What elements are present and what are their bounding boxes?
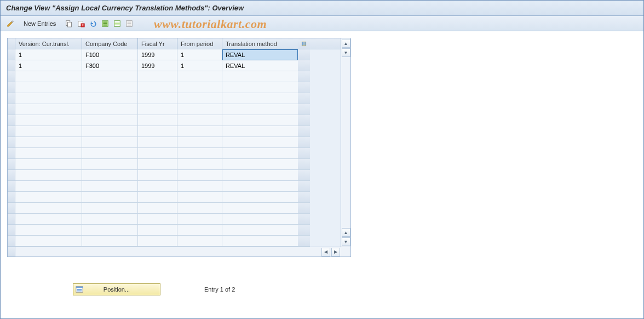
scroll-down2-icon[interactable]: ▼ — [342, 237, 350, 246]
cell-fiscal[interactable] — [138, 82, 177, 93]
cell-company[interactable] — [82, 203, 138, 214]
cell-fiscal[interactable] — [138, 203, 177, 214]
cell-method[interactable] — [222, 148, 298, 159]
vertical-scrollbar[interactable]: ▲ ▼ ▲ ▼ — [341, 38, 350, 247]
cell-period[interactable] — [177, 82, 222, 93]
table-row[interactable] — [8, 203, 341, 214]
cell-company[interactable]: F300 — [82, 60, 138, 71]
col-header-method[interactable]: Translation method — [222, 38, 298, 49]
cell-fiscal[interactable] — [138, 192, 177, 203]
cell-method[interactable] — [222, 126, 298, 137]
cell-version[interactable] — [15, 115, 82, 126]
table-row[interactable]: 1F30019991REVAL — [8, 60, 341, 71]
cell-period[interactable]: 1 — [177, 60, 222, 71]
cell-period[interactable] — [177, 159, 222, 170]
delete-icon[interactable] — [76, 18, 87, 29]
table-row[interactable] — [8, 159, 341, 170]
horizontal-scrollbar[interactable]: ◀ ▶ — [8, 247, 350, 257]
table-row[interactable] — [8, 137, 341, 148]
row-selector[interactable] — [8, 104, 15, 115]
position-button[interactable]: Position... — [73, 283, 160, 295]
table-row[interactable] — [8, 82, 341, 93]
cell-version[interactable] — [15, 82, 82, 93]
row-selector[interactable] — [8, 49, 15, 60]
table-row[interactable] — [8, 104, 341, 115]
cell-fiscal[interactable] — [138, 115, 177, 126]
select-all-icon[interactable] — [100, 18, 111, 29]
scroll-down-icon[interactable]: ▼ — [342, 48, 350, 57]
cell-method[interactable] — [222, 104, 298, 115]
cell-version[interactable] — [15, 225, 82, 236]
cell-method[interactable] — [222, 181, 298, 192]
cell-company[interactable] — [82, 181, 138, 192]
cell-period[interactable] — [177, 203, 222, 214]
cell-method[interactable] — [222, 192, 298, 203]
cell-period[interactable]: 1 — [177, 49, 222, 60]
cell-version[interactable] — [15, 137, 82, 148]
table-row[interactable] — [8, 236, 341, 247]
cell-fiscal[interactable]: 1999 — [138, 60, 177, 71]
cell-fiscal[interactable]: 1999 — [138, 49, 177, 60]
row-selector[interactable] — [8, 214, 15, 225]
cell-company[interactable] — [82, 236, 138, 247]
cell-version[interactable] — [15, 126, 82, 137]
cell-method[interactable] — [222, 93, 298, 104]
scroll-up2-icon[interactable]: ▲ — [342, 228, 350, 237]
cell-fiscal[interactable] — [138, 148, 177, 159]
cell-period[interactable] — [177, 170, 222, 181]
cell-company[interactable] — [82, 148, 138, 159]
row-selector[interactable] — [8, 203, 15, 214]
row-selector[interactable] — [8, 126, 15, 137]
cell-fiscal[interactable] — [138, 159, 177, 170]
cell-version[interactable] — [15, 181, 82, 192]
cell-version[interactable] — [15, 104, 82, 115]
cell-fiscal[interactable] — [138, 126, 177, 137]
cell-company[interactable] — [82, 225, 138, 236]
cell-method[interactable] — [222, 71, 298, 82]
row-selector[interactable] — [8, 225, 15, 236]
cell-version[interactable] — [15, 203, 82, 214]
cell-version[interactable]: 1 — [15, 60, 82, 71]
row-selector[interactable] — [8, 148, 15, 159]
row-selector[interactable] — [8, 82, 15, 93]
cell-period[interactable] — [177, 192, 222, 203]
table-row[interactable] — [8, 170, 341, 181]
cell-company[interactable] — [82, 93, 138, 104]
cell-method[interactable]: REVAL — [222, 49, 298, 60]
cell-company[interactable] — [82, 214, 138, 225]
copy-as-icon[interactable] — [64, 18, 74, 29]
cell-fiscal[interactable] — [138, 137, 177, 148]
col-header-version[interactable]: Version: Cur.transl. — [15, 38, 82, 49]
table-row[interactable] — [8, 181, 341, 192]
cell-method[interactable] — [222, 82, 298, 93]
cell-fiscal[interactable] — [138, 170, 177, 181]
select-all-rows[interactable] — [8, 38, 15, 49]
table-row[interactable]: 1F10019991REVAL — [8, 49, 341, 60]
col-header-fiscal[interactable]: Fiscal Yr — [138, 38, 177, 49]
cell-version[interactable] — [15, 71, 82, 82]
scroll-right-icon[interactable]: ▶ — [331, 248, 340, 257]
cell-fiscal[interactable] — [138, 181, 177, 192]
table-row[interactable] — [8, 192, 341, 203]
cell-period[interactable] — [177, 137, 222, 148]
cell-period[interactable] — [177, 181, 222, 192]
cell-method[interactable] — [222, 225, 298, 236]
cell-version[interactable] — [15, 236, 82, 247]
cell-period[interactable] — [177, 71, 222, 82]
cell-company[interactable] — [82, 115, 138, 126]
cell-period[interactable] — [177, 214, 222, 225]
cell-fiscal[interactable] — [138, 93, 177, 104]
cell-method[interactable] — [222, 137, 298, 148]
cell-version[interactable] — [15, 170, 82, 181]
cell-fiscal[interactable] — [138, 71, 177, 82]
table-row[interactable] — [8, 225, 341, 236]
row-selector[interactable] — [8, 93, 15, 104]
cell-company[interactable] — [82, 192, 138, 203]
cell-company[interactable]: F100 — [82, 49, 138, 60]
cell-version[interactable] — [15, 214, 82, 225]
undo-icon[interactable] — [88, 18, 99, 29]
cell-fiscal[interactable] — [138, 214, 177, 225]
cell-method[interactable]: REVAL — [222, 60, 298, 71]
cell-company[interactable] — [82, 159, 138, 170]
cell-method[interactable] — [222, 214, 298, 225]
